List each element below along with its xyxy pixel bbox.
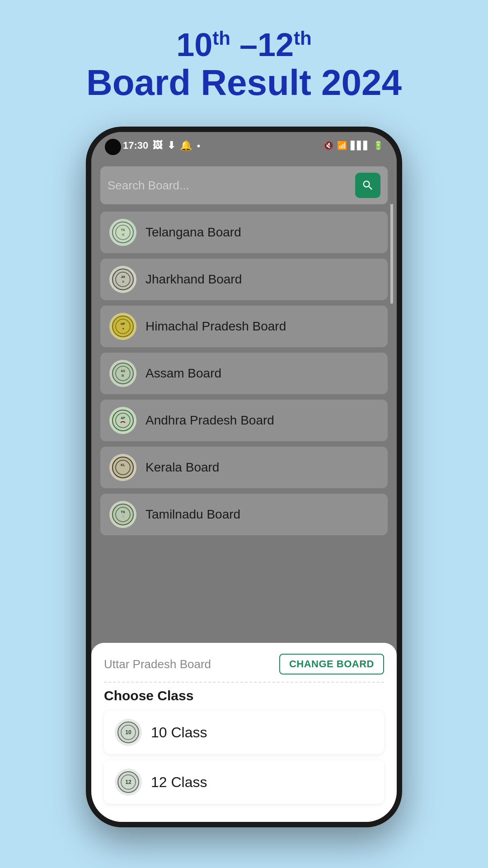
battery-icon: 🔋 [373, 141, 383, 151]
svg-text:12: 12 [125, 779, 131, 785]
class12-name: 12 Class [151, 774, 207, 791]
bell-icon: 🔔 [180, 140, 192, 151]
wifi-icon: 📶 [337, 141, 347, 151]
title-line1: 10th –12th [0, 27, 488, 63]
board-item-jharkhand[interactable]: JH ⚙ Jharkhand Board [100, 259, 388, 300]
telangana-board-name: Telangana Board [145, 225, 241, 240]
phone-screen: 17:30 🖼 ⬇ 🔔 ● 🔇 📶 ▋▋▋ 🔋 Search Board. [91, 132, 397, 822]
search-input-placeholder: Search Board... [108, 179, 351, 193]
page-background: 10th –12th Board Result 2024 17:30 🖼 ⬇ 🔔… [0, 0, 488, 121]
himachal-seal: HP ★ [109, 313, 136, 340]
class12-seal: 12 [115, 769, 142, 796]
svg-text:🐘: 🐘 [122, 468, 125, 472]
class-item-10[interactable]: 10 10 Class [104, 711, 384, 754]
board-item-assam[interactable]: AS 🏛 Assam Board [100, 353, 388, 394]
download-icon: ⬇ [167, 140, 175, 151]
gallery-icon: 🖼 [153, 140, 163, 151]
scrollbar-thumb [390, 168, 393, 204]
svg-text:JH: JH [121, 275, 125, 278]
status-bar: 17:30 🖼 ⬇ 🔔 ● 🔇 📶 ▋▋▋ 🔋 [91, 132, 397, 159]
svg-text:TS: TS [121, 228, 125, 231]
class10-seal: 10 [115, 719, 142, 746]
board-item-andhra[interactable]: AP Andhra Pradesh Board [100, 400, 388, 441]
svg-text:⛪: ⛪ [122, 515, 125, 519]
andhra-seal: AP [109, 407, 136, 434]
dot-icon: ● [197, 142, 200, 149]
title-line2: Board Result 2024 [0, 63, 488, 103]
search-bar[interactable]: Search Board... [100, 166, 388, 204]
assam-board-name: Assam Board [145, 366, 221, 381]
svg-text:★: ★ [122, 327, 124, 330]
kerala-seal: KL 🐘 [109, 454, 136, 481]
signal-icon: ▋▋▋ [351, 141, 370, 151]
svg-text:⚙: ⚙ [122, 280, 124, 283]
tamilnadu-seal: TN ⛪ [109, 501, 136, 528]
bottom-sheet-header: Uttar Pradesh Board CHANGE BOARD [104, 654, 384, 683]
board-item-tamilnadu[interactable]: TN ⛪ Tamilnadu Board [100, 494, 388, 535]
choose-class-label: Choose Class [104, 688, 384, 703]
bottom-sheet: Uttar Pradesh Board CHANGE BOARD Choose … [91, 643, 397, 822]
board-list: TS 🌿 Telangana Board JH ⚙ [100, 212, 388, 535]
svg-text:TN: TN [121, 510, 125, 514]
search-button[interactable] [355, 173, 380, 198]
camera-hole [105, 139, 121, 155]
svg-text:10: 10 [125, 729, 131, 736]
mute-icon: 🔇 [324, 141, 333, 151]
class10-name: 10 Class [151, 724, 207, 741]
board-item-himachal[interactable]: HP ★ Himachal Pradesh Board [100, 306, 388, 347]
svg-text:🏛: 🏛 [122, 374, 124, 377]
board-item-telangana[interactable]: TS 🌿 Telangana Board [100, 212, 388, 253]
jharkhand-board-name: Jharkhand Board [145, 272, 242, 287]
page-header: 10th –12th Board Result 2024 [0, 0, 488, 121]
svg-text:🌿: 🌿 [122, 233, 125, 236]
class-list: 10 10 Class 12 12 C [104, 711, 384, 804]
svg-text:KL: KL [121, 463, 125, 467]
svg-text:AS: AS [121, 369, 125, 373]
andhra-board-name: Andhra Pradesh Board [145, 413, 274, 428]
selected-board-label: Uttar Pradesh Board [104, 657, 211, 671]
assam-seal: AS 🏛 [109, 360, 136, 387]
change-board-button[interactable]: CHANGE BOARD [279, 654, 384, 675]
class-item-12[interactable]: 12 12 Class [104, 760, 384, 804]
svg-text:AP: AP [121, 416, 125, 420]
screen-content: Search Board... TS [91, 159, 397, 542]
himachal-board-name: Himachal Pradesh Board [145, 319, 286, 334]
kerala-board-name: Kerala Board [145, 460, 219, 475]
tamilnadu-board-name: Tamilnadu Board [145, 507, 240, 522]
board-item-kerala[interactable]: KL 🐘 Kerala Board [100, 447, 388, 488]
jharkhand-seal: JH ⚙ [109, 266, 136, 293]
svg-text:HP: HP [121, 322, 125, 326]
scrollbar-track[interactable] [390, 168, 393, 304]
telangana-seal: TS 🌿 [109, 219, 136, 246]
time-display: 17:30 [123, 140, 148, 151]
phone-frame: 17:30 🖼 ⬇ 🔔 ● 🔇 📶 ▋▋▋ 🔋 Search Board. [86, 127, 402, 827]
